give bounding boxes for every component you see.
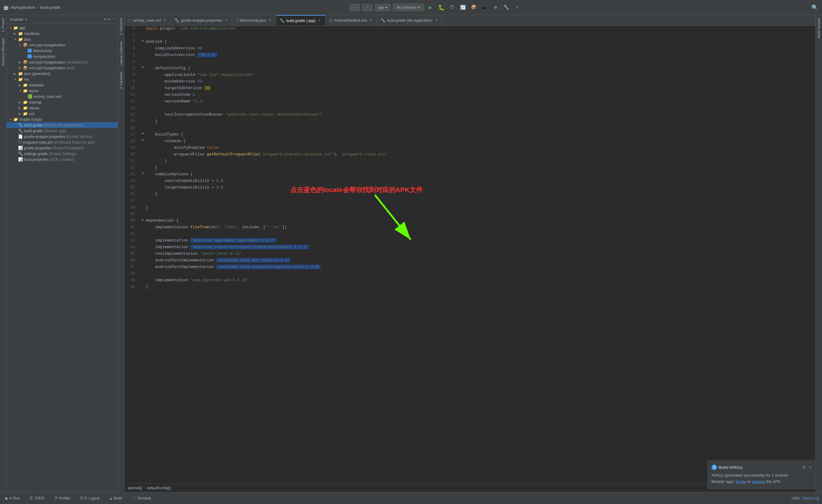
expand-arrow: ▶	[19, 66, 23, 70]
tree-drawable[interactable]: ▶ 📁 drawable	[7, 82, 118, 88]
no-devices-dropdown[interactable]: No Devices ▾	[393, 4, 424, 11]
notification-close-button[interactable]: ✕	[809, 465, 812, 470]
settings2-icon[interactable]: 🔧	[502, 3, 511, 12]
code-line-19: 19 minifyEnabled false	[125, 145, 815, 152]
run-button[interactable]: ▶	[426, 3, 435, 12]
gradle-icon: 🔧	[18, 151, 23, 156]
fold-23[interactable]: ▼	[142, 171, 144, 175]
layout-captures-label[interactable]: Layout Captures	[118, 38, 124, 69]
folder-icon: 📁	[18, 37, 23, 42]
gradle-icon: 📁	[13, 117, 18, 122]
fold-3[interactable]: ▼	[142, 39, 144, 43]
tab-close-build-gradle-app[interactable]: ✕	[317, 19, 322, 23]
tree-local-properties[interactable]: 📊 local.properties (SDK Location)	[7, 156, 118, 162]
tab-label: MainActivity.java	[240, 18, 266, 23]
tab-close-androidmanifest[interactable]: ✕	[369, 18, 373, 23]
tree-mipmap[interactable]: ▶ 📁 mipmap	[7, 99, 118, 105]
tab-androidmanifest[interactable]: ⬡ AndroidManifest.xml ✕	[326, 15, 377, 26]
tree-gradle-wrapper[interactable]: 📄 gradle-wrapper.properties (Gradle Vers…	[7, 134, 118, 139]
avd-manager-icon[interactable]: 📱	[480, 3, 489, 12]
line-content-14: testInstrumentationRunner "androidx.test…	[146, 112, 815, 117]
todo-tab[interactable]: ☰ TODO	[27, 495, 47, 502]
tab-build-gradle-myapp[interactable]: 🔧 build.gradle (My Application) ✕	[377, 15, 443, 26]
tree-xml-res[interactable]: ▶ 📁 xml	[7, 111, 118, 116]
search-icon[interactable]: 🔍	[811, 3, 819, 12]
build-variants-label[interactable]: Build Variants	[816, 15, 822, 41]
favorites-label[interactable]: 2: Favorites	[118, 69, 124, 92]
back-button[interactable]: ←	[350, 4, 360, 11]
tab-build-gradle-app[interactable]: 🔧 build.gradle (:app) ✕	[276, 15, 326, 26]
build-tab[interactable]: ▲ Build	[107, 495, 124, 502]
tree-java-generated[interactable]: ▶ 📁 java (generated)	[7, 71, 118, 76]
tree-values[interactable]: ▶ 📁 values	[7, 105, 118, 111]
line-content-20: proguardFiles getDefaultProguardFile('pr…	[146, 152, 815, 156]
debug-button[interactable]: 🐛	[437, 3, 446, 12]
profiler-label: Profiler	[59, 496, 70, 500]
tree-androidtest[interactable]: ▶ 📦 com.jsyf.myapplication (androidTest)	[7, 59, 118, 65]
tree-sublabel: (Project Properties)	[52, 146, 83, 150]
settings3-icon[interactable]: ⚡	[513, 3, 521, 12]
fold-30[interactable]: ▶	[142, 218, 144, 222]
profiler-tab[interactable]: ⏱ Profiler	[52, 495, 73, 502]
tree-sublabel: (Module: app)	[44, 129, 66, 133]
line-num-7: 7	[125, 66, 140, 70]
tab-gradle-wrapper[interactable]: 🔧 gradle-wrapper.properties ✕	[171, 15, 232, 26]
sync-button[interactable]: 🔄	[459, 3, 467, 12]
sdk-manager-icon[interactable]: 📦	[470, 3, 478, 12]
fold-18[interactable]: ▼	[142, 138, 144, 142]
profile-button[interactable]: ⏱	[448, 3, 456, 12]
tree-myapplication[interactable]: 🅲 myApplication	[7, 54, 118, 59]
top-bar-center: ← → app ▾ No Devices ▾ ▶ 🐛 ⏱ 🔄 📦 📱 ⚙ 🔧 ⚡	[63, 3, 808, 12]
line-content-4: compileSdkVersion 30	[146, 46, 815, 51]
tree-label: manifests	[24, 32, 39, 36]
run-icon: ▶	[5, 496, 8, 500]
tree-com-jsyf[interactable]: ▼ 📦 com.jsyf.myapplication	[7, 42, 118, 48]
code-line-33: 33 implementation 'androidx.appcompat:ap…	[125, 238, 815, 244]
tree-activity-main-xml[interactable]: 🟩 activity_main.xml	[7, 94, 118, 99]
line-content-28: }	[146, 205, 815, 209]
gear-icon[interactable]: ⚙	[108, 17, 110, 22]
fold-7[interactable]: ▼	[142, 66, 144, 69]
resource-manager-label[interactable]: Resource Manager	[0, 35, 6, 69]
event-log-label[interactable]: Event Log	[803, 496, 819, 500]
forward-button[interactable]: →	[362, 4, 372, 11]
notification-gear-icon[interactable]: ⚙	[802, 465, 806, 470]
code-line-40: 40 }	[125, 284, 815, 291]
terminal-tab[interactable]: ⬛ Terminal	[129, 495, 153, 502]
tab-close-mainactivity[interactable]: ✕	[268, 18, 272, 23]
tab-activity-main-xml[interactable]: ⬡ activity_main.xml ✕	[125, 15, 171, 26]
line-content-29	[146, 211, 815, 216]
tab-close-build-gradle-myapp[interactable]: ✕	[434, 18, 438, 23]
project-panel-label[interactable]: 1: Project	[0, 15, 6, 35]
fold-17[interactable]: ▼	[142, 132, 144, 135]
tree-res[interactable]: ▼ 📁 res	[7, 76, 118, 82]
tree-build-gradle-project[interactable]: 🔧 build.gradle (Project: My Application)	[7, 122, 118, 128]
tab-mainactivity-java[interactable]: J MainActivity.java ✕	[232, 15, 276, 26]
structure-label[interactable]: 2: Structure	[118, 15, 124, 38]
tree-build-gradle-module[interactable]: 🔧 build.gradle (Module: app)	[7, 128, 118, 134]
tree-app[interactable]: ▼ 📁 app	[7, 25, 118, 31]
locate-link[interactable]: locate	[736, 479, 746, 484]
editor-content[interactable]: 1 apply plugin: 'com.android.application…	[125, 26, 815, 484]
tree-gradle-scripts[interactable]: ▼ 📁 Gradle Scripts	[7, 116, 118, 122]
tree-java[interactable]: ▼ 📁 java	[7, 36, 118, 42]
app-dropdown[interactable]: app ▾	[375, 4, 391, 11]
settings1-icon[interactable]: ⚙	[491, 3, 500, 12]
tree-layout[interactable]: ▼ 📁 layout	[7, 88, 118, 94]
tree-manifests[interactable]: ▶ 📁 manifests	[7, 31, 118, 36]
tree-proguard[interactable]: 🛡 proguard-rules.pro (ProGuard Rules for…	[7, 139, 118, 145]
logcat-tab[interactable]: ☰ 6: Logcat	[78, 495, 102, 502]
breadcrumb-part1: android{}	[128, 486, 142, 490]
locate-icon[interactable]: ⊕	[104, 17, 107, 22]
tree-gradle-properties[interactable]: 📊 gradle.properties (Project Properties)	[7, 145, 118, 151]
tree-settings-gradle[interactable]: 🔧 settings.gradle (Project Settings)	[7, 151, 118, 156]
tab-close-activity-main[interactable]: ✕	[162, 18, 167, 23]
gradle-icon: 🔧	[18, 123, 23, 127]
tree-test[interactable]: ▶ 📦 com.jsyf.myapplication (test)	[7, 65, 118, 71]
collapse-icon[interactable]: —	[112, 17, 115, 22]
run-tab[interactable]: ▶ 4: Run	[3, 495, 22, 502]
analyze-link[interactable]: analyze	[752, 479, 765, 484]
breadcrumb: 🤖 MyApplication › build.gradle	[3, 5, 60, 10]
tree-mainactivity[interactable]: 🅲 MainActivity	[7, 48, 118, 54]
tab-close-gradle-wrapper[interactable]: ✕	[224, 18, 228, 23]
